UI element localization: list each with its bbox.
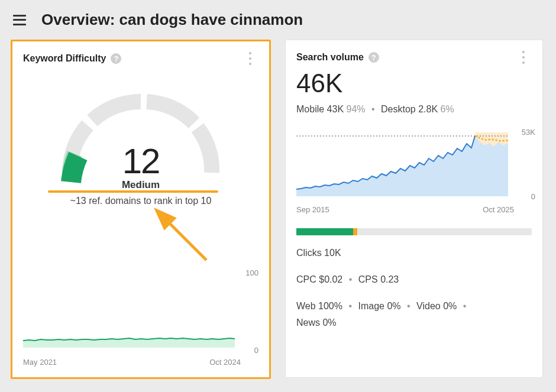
kd-card-menu[interactable] (242, 51, 258, 66)
kd-y-min: 0 (254, 346, 258, 355)
sv-serp-news: News 0% (296, 318, 337, 328)
sv-serp-web: Web 100% (296, 301, 342, 311)
kd-subtext: ~13 ref. domains to rank in top 10 (23, 196, 258, 206)
page-title: Overview: can dogs have cinnamon (41, 11, 303, 29)
help-icon[interactable]: ? (368, 52, 379, 63)
sv-serp-video: Video 0% (416, 301, 457, 311)
sv-mobile-pct: 94% (347, 104, 366, 114)
search-volume-card: Search volume ? 46K Mobile 43K 94% • Des… (285, 40, 543, 378)
sv-y-max: 53K (522, 128, 535, 137)
sv-card-menu[interactable] (515, 50, 532, 65)
kd-gauge: 12 Medium ~13 ref. domains to rank in to… (23, 84, 258, 238)
keyword-difficulty-card: Keyword Difficulty ? (11, 40, 271, 379)
svg-line-0 (158, 212, 206, 260)
kd-history-chart: 100 0 May 2021 Oct 2024 (23, 271, 258, 365)
kd-y-max: 100 (245, 268, 258, 277)
sv-x-end: Oct 2025 (483, 205, 514, 214)
kd-label: Medium (23, 179, 258, 191)
hamburger-menu[interactable] (13, 15, 26, 25)
sv-trend-chart: 53K 0 Sep 2015 Oct 2025 (296, 129, 532, 212)
kd-card-title: Keyword Difficulty (23, 53, 106, 64)
kd-x-end: Oct 2024 (209, 358, 241, 367)
sv-value: 46K (296, 69, 532, 98)
sv-cpc: CPC $0.02 (296, 274, 342, 284)
sv-serp-image: Image 0% (358, 301, 401, 311)
sv-x-start: Sep 2015 (296, 205, 329, 214)
sv-cps: CPS 0.23 (358, 274, 399, 284)
sv-card-title: Search volume (296, 52, 364, 63)
kd-x-start: May 2021 (23, 358, 57, 367)
sv-clicks-bar (296, 228, 532, 235)
annotation-arrow-icon (147, 205, 212, 270)
help-icon[interactable]: ? (111, 53, 121, 64)
sv-device-split: Mobile 43K 94% • Desktop 2.8K 6% (296, 104, 532, 115)
annotation-underline (48, 190, 218, 193)
sv-desktop-pct: 6% (441, 104, 454, 114)
sv-y-min: 0 (531, 192, 535, 201)
kd-value: 12 (23, 141, 258, 182)
sv-desktop: Desktop 2.8K (381, 104, 438, 114)
sv-mobile: Mobile 43K (296, 104, 344, 114)
sv-clicks: Clicks 10K (296, 245, 532, 262)
